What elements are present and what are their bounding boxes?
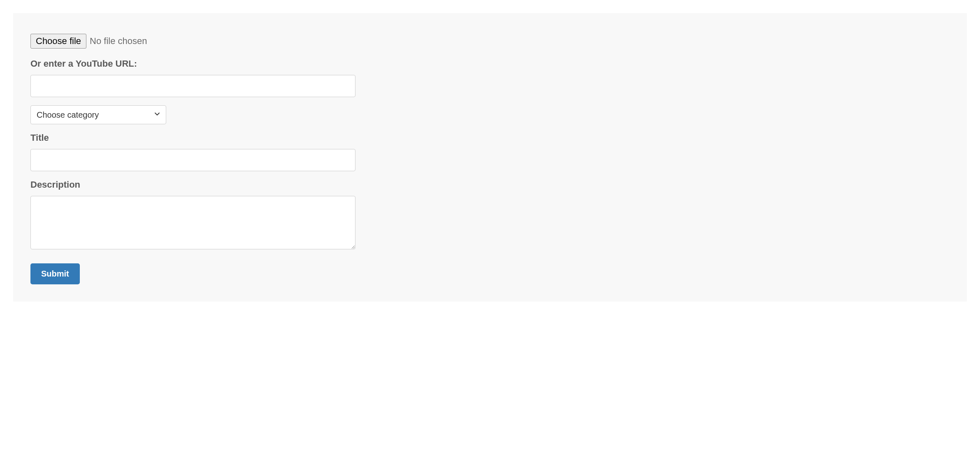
title-group: Title — [30, 133, 950, 171]
category-select[interactable]: Choose category — [30, 105, 166, 124]
file-input-row: Choose file No file chosen — [30, 34, 950, 49]
submit-button[interactable]: Submit — [30, 263, 80, 284]
upload-form: Choose file No file chosen Or enter a Yo… — [13, 13, 967, 302]
choose-file-button[interactable]: Choose file — [30, 34, 86, 49]
description-group: Description — [30, 179, 950, 251]
title-label: Title — [30, 133, 950, 143]
youtube-url-label: Or enter a YouTube URL: — [30, 58, 950, 69]
youtube-url-group: Or enter a YouTube URL: — [30, 58, 950, 97]
title-input[interactable] — [30, 149, 355, 171]
category-select-wrapper: Choose category — [30, 105, 166, 124]
youtube-url-input[interactable] — [30, 75, 355, 97]
file-status-text: No file chosen — [90, 36, 147, 46]
description-label: Description — [30, 179, 950, 190]
description-textarea[interactable] — [30, 196, 355, 249]
